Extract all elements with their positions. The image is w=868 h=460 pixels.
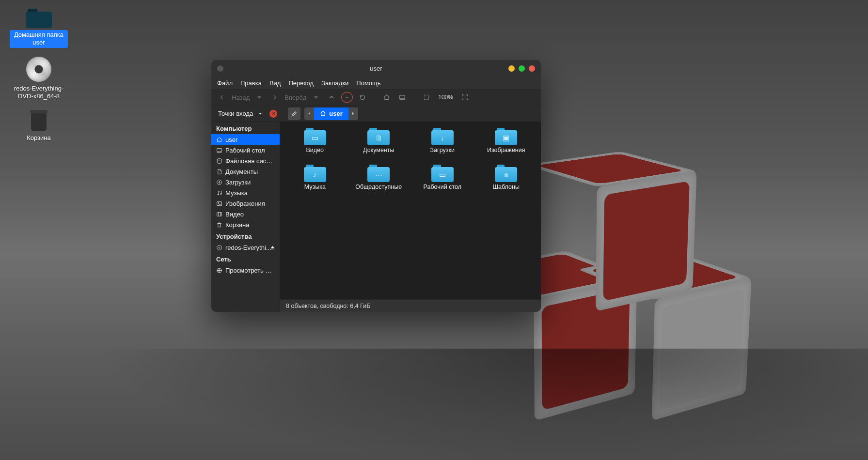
forward-label: Вперёд (284, 94, 307, 101)
menu-file[interactable]: Файл (217, 79, 233, 87)
menu-go[interactable]: Переход (288, 79, 314, 87)
up-button[interactable] (326, 92, 337, 103)
svg-point-21 (219, 247, 220, 248)
sidebar-heading-devices: Устройства (211, 230, 280, 242)
svg-point-14 (221, 193, 221, 194)
svg-marker-8 (352, 112, 354, 115)
desktop-icon-label: Корзина (10, 133, 68, 143)
window-menu-dot[interactable] (217, 60, 223, 77)
breadcrumb-next[interactable] (348, 107, 358, 120)
folder-icon: ▣ (495, 128, 517, 145)
desktop-icon-home-folder[interactable]: Домашняя папка user (10, 8, 68, 48)
folder-label: Общедоступные (355, 184, 402, 190)
desktop-icon-label: Домашняя папка user (10, 30, 68, 48)
breadcrumb-user-label: user (329, 110, 342, 117)
folder-icon (26, 8, 52, 28)
stop-button[interactable] (341, 92, 353, 103)
folder-item[interactable]: ▭Рабочий стол (410, 163, 474, 199)
content-area[interactable]: ▭Видео🗎Документы↓Загрузки▣Изображения♪Му… (280, 122, 541, 312)
sidebar-item[interactable]: Документы (211, 166, 280, 177)
zoom-in-button[interactable] (459, 92, 471, 103)
sidebar-item[interactable]: Загрузки (211, 177, 280, 187)
breadcrumb-user[interactable]: user (314, 107, 348, 120)
file-manager-window: user Файл Правка Вид Переход Закладки По… (211, 60, 541, 312)
places-dropdown[interactable]: Точки входа (215, 107, 266, 120)
reload-button[interactable] (357, 92, 368, 103)
zoom-out-button[interactable] (421, 92, 432, 103)
menu-edit[interactable]: Правка (240, 79, 262, 87)
sidebar-item[interactable]: Музыка (211, 187, 280, 198)
window-maximize-button[interactable] (519, 65, 525, 72)
folder-item[interactable]: ⋯Общедоступные (347, 163, 411, 199)
sidebar: Компьютер userРабочий столФайловая систе… (211, 122, 280, 312)
sidebar-item[interactable]: Файловая система (211, 155, 280, 166)
folder-icon: ↓ (431, 128, 454, 145)
folder-item[interactable]: ⎈Шаблоны (474, 163, 538, 199)
folder-item[interactable]: ▣Изображения (474, 126, 538, 163)
sidebar-item[interactable]: Изображения (211, 198, 280, 209)
home-button[interactable] (381, 92, 393, 103)
forward-history-dropdown[interactable] (310, 92, 322, 103)
folder-item[interactable]: ♪Музыка (283, 163, 347, 199)
folder-label: Видео (306, 147, 324, 153)
folder-label: Изображения (487, 147, 525, 153)
svg-marker-7 (309, 112, 310, 115)
svg-rect-3 (400, 95, 405, 99)
edit-path-button[interactable] (288, 107, 300, 120)
sidebar-item[interactable]: user (211, 134, 280, 145)
statusbar: 8 объектов, свободно: 6,4 ГиБ (280, 299, 541, 312)
svg-point-20 (217, 245, 222, 250)
svg-rect-5 (425, 95, 429, 99)
sidebar-item[interactable]: Рабочий стол (211, 145, 280, 155)
locationbar: Точки входа ✕ user (211, 106, 541, 122)
titlebar[interactable]: user (211, 60, 541, 77)
folder-label: Музыка (304, 184, 326, 190)
folder-icon: ⋯ (367, 165, 390, 182)
folder-icon: ▭ (304, 128, 326, 145)
sidebar-item[interactable]: Корзина (211, 219, 280, 230)
window-title: user (370, 65, 382, 72)
desktop-icon-dvd[interactable]: redos-Everything-DVD-x86_64-8 (10, 57, 68, 102)
menu-help[interactable]: Помощь (356, 79, 380, 87)
sidebar-heading-computer: Компьютер (211, 122, 280, 134)
folder-item[interactable]: ↓Загрузки (410, 126, 474, 163)
sidebar-item[interactable]: Видео (211, 209, 280, 219)
zoom-level: 100% (436, 94, 455, 101)
folder-icon: ▭ (431, 165, 454, 182)
svg-marker-22 (271, 245, 275, 248)
svg-marker-0 (258, 96, 261, 98)
menu-bookmarks[interactable]: Закладки (321, 79, 348, 87)
forward-button[interactable] (269, 92, 281, 103)
menu-view[interactable]: Вид (269, 79, 281, 87)
back-history-dropdown[interactable] (253, 92, 265, 103)
folder-label: Рабочий стол (424, 184, 461, 190)
desktop-icon-trash[interactable]: Корзина (10, 110, 68, 143)
trash-icon (30, 110, 47, 131)
folder-icon: ♪ (304, 165, 326, 182)
disc-icon (26, 57, 51, 82)
svg-rect-23 (271, 248, 275, 249)
places-dropdown-label: Точки входа (218, 110, 253, 117)
window-minimize-button[interactable] (508, 65, 515, 72)
breadcrumb-prev[interactable] (304, 107, 314, 120)
folder-item[interactable]: ▭Видео (283, 126, 347, 163)
folder-icon: ⎈ (495, 165, 517, 182)
status-text: 8 объектов, свободно: 6,4 ГиБ (286, 303, 370, 309)
menubar: Файл Правка Вид Переход Закладки Помощь (211, 77, 541, 89)
computer-button[interactable] (396, 92, 408, 103)
sidebar-item[interactable]: redos-Everythi... (211, 242, 280, 253)
svg-marker-6 (259, 113, 262, 114)
sidebar-item[interactable]: Просмотреть сеть (211, 265, 280, 276)
folder-label: Шаблоны (493, 184, 520, 190)
folder-item[interactable]: 🗎Документы (347, 126, 411, 163)
svg-point-11 (217, 158, 221, 160)
close-panel-button[interactable]: ✕ (269, 110, 277, 118)
sidebar-heading-network: Сеть (211, 253, 280, 265)
desktop-icon-label: redos-Everything-DVD-x86_64-8 (10, 84, 68, 102)
window-close-button[interactable] (529, 65, 535, 72)
back-button[interactable] (216, 92, 228, 103)
folder-label: Документы (363, 147, 394, 153)
svg-rect-17 (217, 212, 222, 216)
toolbar: Назад Вперёд (211, 89, 541, 106)
icon-grid: ▭Видео🗎Документы↓Загрузки▣Изображения♪Му… (280, 122, 541, 299)
